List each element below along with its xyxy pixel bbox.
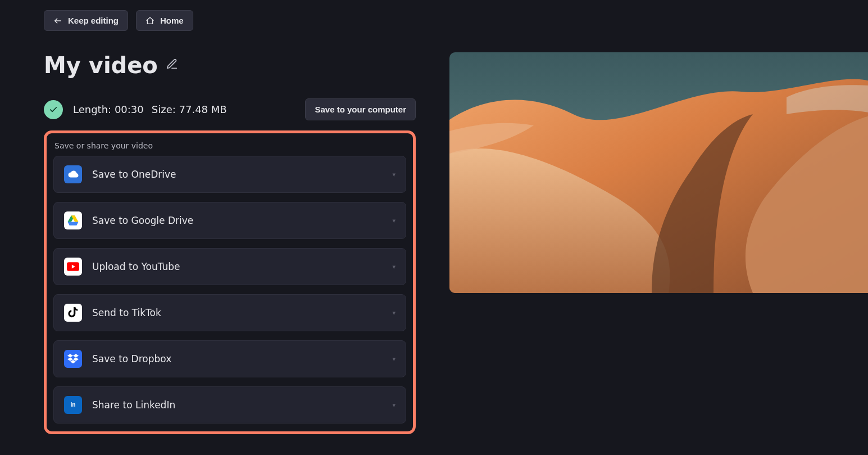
success-check-icon — [44, 100, 63, 119]
share-options-list: Save to OneDrive ▾ Save to Google Drive … — [53, 156, 406, 424]
edit-title-icon[interactable] — [166, 58, 178, 73]
svg-text:in: in — [71, 402, 76, 408]
share-item-tiktok[interactable]: Send to TikTok ▾ — [53, 294, 406, 331]
top-nav: Keep editing Home — [0, 0, 868, 41]
share-item-youtube[interactable]: Upload to YouTube ▾ — [53, 248, 406, 285]
arrow-left-icon — [53, 16, 62, 25]
home-label: Home — [160, 16, 184, 25]
share-item-label: Send to TikTok — [92, 307, 382, 318]
length-meta: Length: 00:30 — [73, 103, 144, 115]
size-meta: Size: 77.48 MB — [152, 103, 227, 115]
dropbox-icon — [64, 350, 82, 368]
share-panel: Save or share your video Save to OneDriv… — [44, 130, 416, 434]
tiktok-icon — [64, 304, 82, 322]
chevron-down-icon: ▾ — [392, 171, 396, 178]
video-preview-thumbnail[interactable] — [449, 52, 868, 293]
chevron-down-icon: ▾ — [392, 263, 396, 271]
chevron-down-icon: ▾ — [392, 402, 396, 409]
share-item-linkedin[interactable]: in Share to LinkedIn ▾ — [53, 386, 406, 424]
keep-editing-label: Keep editing — [68, 16, 119, 25]
share-item-google-drive[interactable]: Save to Google Drive ▾ — [53, 202, 406, 239]
share-item-label: Save to Dropbox — [92, 353, 382, 364]
home-button[interactable]: Home — [136, 10, 193, 31]
youtube-icon — [64, 258, 82, 276]
share-item-dropbox[interactable]: Save to Dropbox ▾ — [53, 340, 406, 377]
share-panel-heading: Save or share your video — [54, 141, 405, 150]
keep-editing-button[interactable]: Keep editing — [44, 10, 128, 31]
share-item-label: Save to Google Drive — [92, 215, 382, 226]
chevron-down-icon: ▾ — [392, 309, 396, 317]
linkedin-icon: in — [64, 396, 82, 414]
onedrive-icon — [64, 165, 82, 183]
chevron-down-icon: ▾ — [392, 217, 396, 224]
share-item-label: Share to LinkedIn — [92, 399, 382, 411]
save-to-computer-button[interactable]: Save to your computer — [305, 98, 416, 120]
share-item-onedrive[interactable]: Save to OneDrive ▾ — [53, 156, 406, 193]
page-title: My video — [44, 52, 158, 78]
google-drive-icon — [64, 211, 82, 229]
share-item-label: Upload to YouTube — [92, 261, 382, 272]
chevron-down-icon: ▾ — [392, 355, 396, 363]
share-item-label: Save to OneDrive — [92, 169, 382, 180]
home-icon — [146, 16, 154, 25]
export-status-row: Length: 00:30 Size: 77.48 MB Save to you… — [44, 98, 416, 120]
